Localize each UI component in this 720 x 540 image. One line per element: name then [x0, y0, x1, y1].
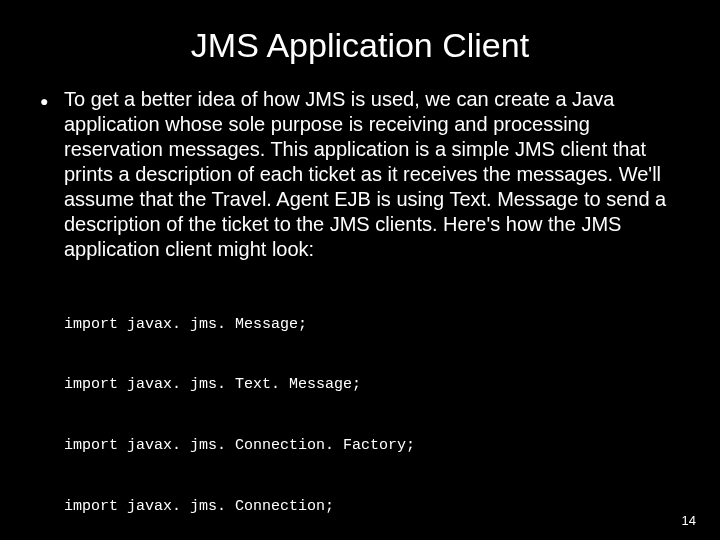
- slide: JMS Application Client ● To get a better…: [0, 0, 720, 540]
- code-block: import javax. jms. Message; import javax…: [64, 274, 680, 540]
- code-line: import javax. jms. Message;: [64, 315, 680, 335]
- page-number: 14: [682, 513, 696, 528]
- body-paragraph: To get a better idea of how JMS is used,…: [64, 87, 680, 262]
- bullet-icon: ●: [40, 87, 64, 113]
- bullet-row: ● To get a better idea of how JMS is use…: [40, 87, 680, 262]
- code-line: import javax. jms. Text. Message;: [64, 375, 680, 395]
- code-line: import javax. jms. Connection. Factory;: [64, 436, 680, 456]
- slide-title: JMS Application Client: [40, 26, 680, 65]
- code-line: import javax. jms. Connection;: [64, 497, 680, 517]
